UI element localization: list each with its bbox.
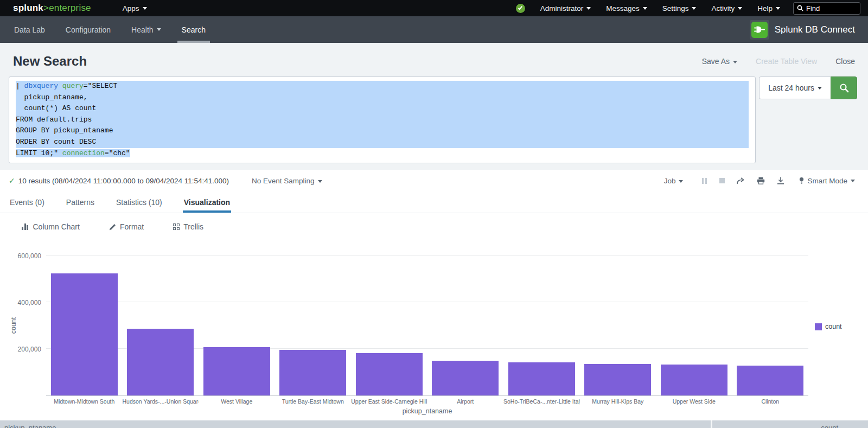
logo-gt: >: [43, 3, 49, 13]
format-label: Format: [120, 222, 144, 231]
x-category-label: Upper East Side-Carnegie Hill: [351, 398, 427, 405]
chart-legend[interactable]: count: [815, 323, 842, 330]
chevron-down-icon: [692, 7, 696, 10]
search-icon: [797, 5, 803, 11]
bar-5[interactable]: [432, 361, 499, 395]
search-mode-menu[interactable]: Smart Mode: [799, 177, 855, 185]
query-line: ORDER BY count DESC: [16, 137, 749, 148]
apps-menu[interactable]: Apps: [115, 4, 155, 12]
bar-9[interactable]: [737, 366, 803, 395]
x-category-label: West Village: [199, 398, 275, 405]
bar-4[interactable]: [356, 353, 423, 395]
help-menu[interactable]: Help: [750, 4, 788, 12]
health-status-icon[interactable]: [516, 4, 525, 13]
logo-enterprise: enterprise: [49, 3, 91, 13]
x-category-label: SoHo-TriBeCa-...nter-Little Italy: [503, 398, 580, 405]
tab-visualization[interactable]: Visualization: [183, 191, 231, 213]
print-icon[interactable]: [757, 177, 765, 184]
pause-icon: [701, 178, 707, 184]
lightbulb-icon: [799, 177, 804, 184]
chevron-down-icon: [733, 61, 737, 63]
gridline: [46, 302, 808, 302]
x-axis-title: pickup_ntaname: [46, 407, 808, 415]
chevron-down-icon: [776, 7, 780, 10]
tab-label: Patterns: [66, 198, 94, 207]
y-tick-label: 600,000: [0, 252, 41, 260]
nav-item-search[interactable]: Search: [181, 16, 207, 43]
check-icon: ✓: [9, 176, 15, 185]
query-line: LIMIT 10;" connection="chc": [16, 148, 749, 159]
app-title-area[interactable]: Splunk DB Connect: [750, 16, 868, 43]
administrator-menu-label: Administrator: [540, 4, 584, 12]
header-actions: Save As Create Table View Close: [684, 57, 855, 66]
y-axis-title: count: [10, 317, 17, 334]
table-header-count[interactable]: count: [712, 420, 868, 428]
statistics-table-header: pickup_ntaname count: [0, 420, 868, 428]
chevron-down-icon: [851, 180, 855, 182]
trellis-button[interactable]: Trellis: [173, 222, 203, 231]
save-as-button[interactable]: Save As: [702, 57, 737, 66]
splunk-logo[interactable]: splunk>enterprise: [13, 3, 91, 14]
viz-controls: Column Chart Format Trellis: [0, 213, 868, 240]
bar-3[interactable]: [279, 350, 346, 395]
find-input[interactable]: [806, 4, 850, 12]
bar-7[interactable]: [584, 364, 651, 395]
chevron-down-icon: [818, 87, 822, 90]
format-button[interactable]: Format: [109, 222, 144, 231]
x-category-label: Upper West Side: [656, 398, 732, 405]
search-icon: [839, 83, 849, 93]
search-band: New Search Save As Create Table View Clo…: [0, 43, 868, 170]
query-line: GROUP BY pickup_ntaname: [16, 125, 749, 137]
close-button[interactable]: Close: [835, 57, 855, 66]
stop-icon: [719, 178, 725, 183]
tab-patterns[interactable]: Patterns: [65, 191, 95, 213]
time-range-picker[interactable]: Last 24 hours: [759, 76, 831, 99]
column-chart: count 200,000400,000600,000 Midtown-Midt…: [0, 240, 868, 406]
pencil-icon: [109, 223, 116, 231]
bar-8[interactable]: [661, 365, 727, 395]
messages-menu[interactable]: Messages: [598, 4, 655, 12]
nav-item-label: Search: [182, 25, 206, 34]
run-search-button[interactable]: [831, 76, 857, 99]
chevron-down-icon: [679, 180, 683, 183]
x-category-label: Turtle Bay-East Midtown: [275, 398, 352, 405]
search-query-editor[interactable]: | dbxquery query="SELECT pickup_ntaname,…: [9, 76, 756, 163]
query-line: | dbxquery query="SELECT: [16, 81, 749, 92]
chart-type-label: Column Chart: [33, 222, 80, 231]
bar-6[interactable]: [508, 362, 575, 395]
activity-menu[interactable]: Activity: [704, 4, 750, 12]
bar-0[interactable]: [51, 273, 118, 395]
bar-1[interactable]: [127, 329, 194, 396]
tab-events[interactable]: Events (0): [9, 191, 46, 213]
settings-menu[interactable]: Settings: [655, 4, 704, 12]
table-header-pickup-ntaname[interactable]: pickup_ntaname: [0, 420, 711, 428]
top-bar: splunk>enterprise Apps Administrator Mes…: [0, 0, 868, 16]
search-mode-label: Smart Mode: [807, 177, 847, 185]
x-axis-labels: Midtown-Midtown SouthHudson Yards-...-Un…: [46, 398, 808, 406]
chart-type-button[interactable]: Column Chart: [22, 222, 80, 231]
nav-item-data-lab[interactable]: Data Lab: [13, 16, 46, 43]
help-menu-label: Help: [757, 4, 773, 12]
result-tabs: Events (0) Patterns Statistics (10) Visu…: [0, 191, 868, 213]
administrator-menu[interactable]: Administrator: [533, 4, 599, 12]
share-icon[interactable]: [737, 177, 745, 184]
bar-2[interactable]: [203, 347, 270, 395]
find-search-box[interactable]: [793, 2, 860, 15]
nav-item-configuration[interactable]: Configuration: [65, 16, 112, 43]
export-icon[interactable]: [777, 177, 784, 184]
chevron-down-icon: [586, 7, 591, 10]
page-header: New Search Save As Create Table View Clo…: [0, 43, 868, 76]
apps-menu-label: Apps: [123, 4, 139, 12]
save-as-label: Save As: [702, 57, 730, 66]
legend-label: count: [825, 323, 842, 330]
topbar-right: Administrator Messages Settings Activity…: [516, 2, 868, 15]
nav-item-health[interactable]: Health: [130, 16, 162, 43]
nav-item-label: Health: [131, 25, 153, 34]
tab-statistics[interactable]: Statistics (10): [115, 191, 163, 213]
app-title: Splunk DB Connect: [775, 24, 855, 35]
event-sampling-menu[interactable]: No Event Sampling: [252, 177, 322, 185]
legend-swatch: [815, 323, 822, 330]
settings-menu-label: Settings: [662, 4, 689, 12]
chevron-down-icon: [157, 28, 161, 31]
job-menu[interactable]: Job: [664, 177, 684, 185]
